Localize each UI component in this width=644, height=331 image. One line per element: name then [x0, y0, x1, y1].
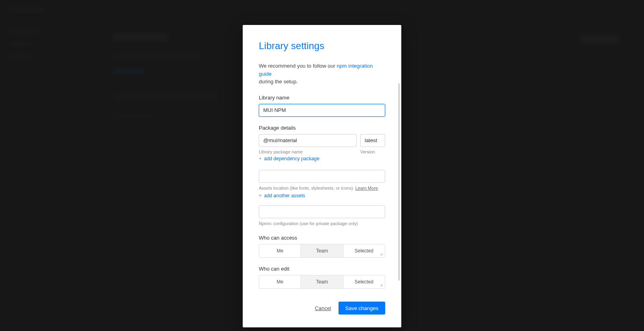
- intro-suffix: during the setup.: [259, 79, 298, 85]
- modal-overlay[interactable]: Library settings We recommend you to fol…: [0, 0, 644, 331]
- edit-option-team[interactable]: Team: [301, 275, 343, 288]
- edit-option-selected[interactable]: Selected ◢: [343, 275, 385, 288]
- access-group: Who can access Me Team Selected ◢: [259, 235, 385, 258]
- modal-footer: Cancel Save changes: [259, 302, 385, 314]
- package-name-sublabel: Library package name: [259, 149, 357, 154]
- package-version-input[interactable]: [360, 134, 385, 147]
- intro-text: We recommend you to follow our npm integ…: [259, 62, 385, 86]
- assets-group: Assets location (like fonts, stylesheets…: [259, 170, 385, 199]
- edit-selected-label: Selected: [355, 279, 374, 285]
- package-name-input[interactable]: [259, 134, 357, 147]
- package-details-group: Package details Library package name Ver…: [259, 125, 385, 162]
- edit-segment-group: Me Team Selected ◢: [259, 275, 385, 289]
- library-name-label: Library name: [259, 95, 385, 101]
- edit-option-me[interactable]: Me: [259, 275, 301, 288]
- plus-icon: +: [259, 193, 262, 199]
- plus-icon: +: [259, 156, 262, 161]
- dropdown-indicator-icon: ◢: [380, 283, 382, 287]
- intro-prefix: We recommend you to follow our: [259, 63, 336, 69]
- cancel-button[interactable]: Cancel: [315, 305, 331, 311]
- assets-helper: Assets location (like fonts, stylesheets…: [259, 185, 385, 191]
- modal-scrollbar[interactable]: [398, 83, 400, 281]
- package-version-sublabel: Version: [360, 149, 385, 154]
- package-details-label: Package details: [259, 125, 385, 131]
- assets-location-input[interactable]: [259, 170, 385, 183]
- npmrc-input[interactable]: [259, 205, 385, 218]
- library-name-group: Library name: [259, 95, 385, 117]
- add-dependency-link[interactable]: + add dependency package: [259, 156, 319, 161]
- library-settings-modal: Library settings We recommend you to fol…: [243, 25, 401, 327]
- edit-group: Who can edit Me Team Selected ◢: [259, 266, 385, 289]
- assets-helper-prefix: Assets location (like fonts, stylesheets…: [259, 186, 355, 190]
- assets-helper-suffix: .: [378, 186, 379, 190]
- save-changes-button[interactable]: Save changes: [339, 302, 385, 314]
- npmrc-helper: Npmrc configuration (use for private pac…: [259, 221, 385, 227]
- access-selected-label: Selected: [355, 248, 374, 254]
- dropdown-indicator-icon: ◢: [380, 252, 382, 256]
- edit-label: Who can edit: [259, 266, 385, 272]
- add-dependency-text: add dependency package: [264, 156, 319, 161]
- add-assets-text: add another assets: [264, 193, 305, 199]
- add-assets-link[interactable]: + add another assets: [259, 193, 305, 199]
- npmrc-group: Npmrc configuration (use for private pac…: [259, 205, 385, 227]
- access-option-team[interactable]: Team: [301, 244, 343, 257]
- access-segment-group: Me Team Selected ◢: [259, 244, 385, 258]
- library-name-input[interactable]: [259, 104, 385, 117]
- access-label: Who can access: [259, 235, 385, 241]
- assets-learn-more-link[interactable]: Learn More: [355, 186, 378, 190]
- modal-title: Library settings: [259, 40, 385, 52]
- access-option-me[interactable]: Me: [259, 244, 301, 257]
- access-option-selected[interactable]: Selected ◢: [343, 244, 385, 257]
